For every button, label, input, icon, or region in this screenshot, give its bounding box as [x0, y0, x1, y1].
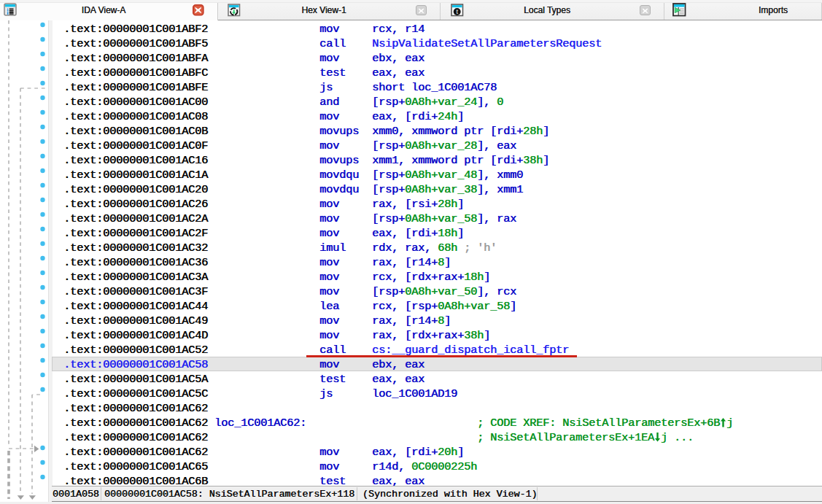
svg-text:t: t: [456, 8, 458, 15]
